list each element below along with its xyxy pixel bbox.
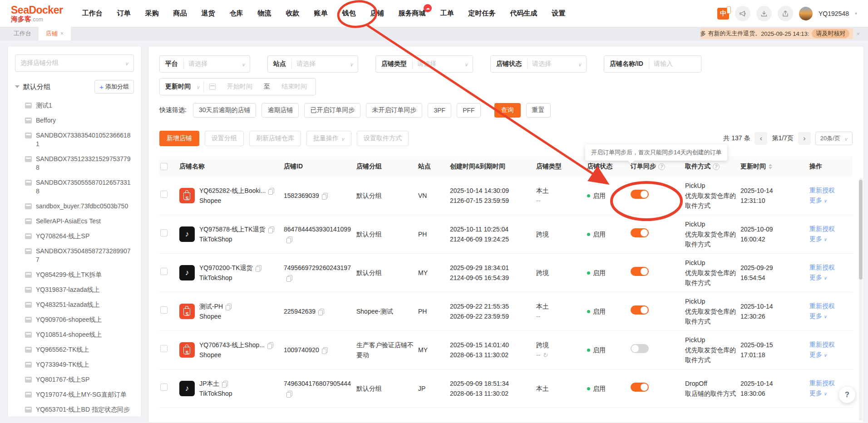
order-sync-toggle[interactable]	[631, 344, 649, 353]
shop-group-item[interactable]: YQ708264-线上SP	[25, 229, 134, 244]
copy-icon[interactable]	[267, 342, 273, 348]
nav-item-bills[interactable]: 账单	[314, 9, 327, 18]
scrollbar-thumb[interactable]	[859, 180, 863, 280]
copy-icon[interactable]	[226, 304, 231, 310]
row-checkbox[interactable]	[160, 345, 168, 352]
copy-icon[interactable]	[322, 193, 327, 199]
filter-shop-type[interactable]: 店铺类型 请选择	[375, 55, 473, 73]
nav-item-warehouse[interactable]: 仓库	[229, 9, 243, 18]
quick-filter-expiring-30d[interactable]: 30天后逾期的店铺	[193, 103, 256, 118]
start-time-input[interactable]: 开始时间	[218, 83, 261, 91]
reauthorize-link[interactable]: 重新授权	[809, 185, 848, 195]
order-sync-toggle[interactable]	[631, 305, 649, 315]
refresh-icon[interactable]	[542, 351, 547, 359]
shop-group-item[interactable]: YQ801767-线上SP	[25, 372, 134, 387]
copy-icon[interactable]	[286, 391, 292, 397]
user-menu-chevron-icon[interactable]: ▾	[855, 11, 857, 16]
add-group-button[interactable]: + 添加分组	[94, 80, 134, 93]
reauthorize-link[interactable]: 重新授权	[809, 339, 848, 349]
root-group-name[interactable]: 默认分组	[23, 83, 50, 91]
filter-update-time[interactable]: 更新时间 开始时间 至 结束时间	[159, 78, 316, 95]
reset-button[interactable]: 重置	[526, 103, 551, 118]
reauthorize-link[interactable]: 重新授权	[809, 262, 848, 272]
shop-name-input[interactable]: 请输入	[649, 60, 701, 68]
refresh-warehouse-button[interactable]: 刷新店铺仓库	[249, 131, 301, 146]
quick-filter-3pf[interactable]: 3PF	[428, 103, 451, 118]
shop-group-item[interactable]: SANDBOX7350485872732899077	[25, 244, 134, 267]
shop-group-item[interactable]: SANDBOX7350555870126573318	[25, 175, 134, 199]
tree-expand-icon[interactable]	[15, 85, 20, 88]
nav-item-wallet[interactable]: 钱包	[342, 9, 355, 18]
shop-group-item[interactable]: SellerAPI-AsiaEcs Test	[25, 214, 134, 229]
row-checkbox[interactable]	[160, 384, 168, 391]
nav-item-service-mall[interactable]: 服务商城☁	[398, 9, 425, 18]
set-pickup-button[interactable]: 设置取件方式	[357, 131, 409, 146]
shop-group-item[interactable]: YQ653701-线上BD 指定状态同步	[25, 402, 134, 417]
shop-group-item[interactable]: YQ854299-线上TK拆单	[25, 267, 134, 282]
announcement-icon[interactable]	[735, 6, 750, 21]
language-icon[interactable]: 中	[717, 8, 729, 20]
filter-site[interactable]: 站点 请选择	[267, 55, 358, 73]
copy-icon[interactable]	[286, 275, 292, 281]
nav-item-orders[interactable]: 订单	[117, 9, 130, 18]
shop-group-item[interactable]: YQ319837-lazada线上	[25, 282, 134, 297]
copy-icon[interactable]	[268, 188, 274, 194]
nav-item-scheduled-tasks[interactable]: 定时任务	[468, 9, 495, 18]
shop-group-item[interactable]: YQ483251-lazada线上	[25, 297, 134, 312]
quick-filter-expired[interactable]: 逾期店铺	[261, 103, 299, 118]
tab-workbench[interactable]: 工作台	[6, 27, 39, 40]
nav-item-workbench[interactable]: 工作台	[82, 9, 102, 18]
nav-item-procurement[interactable]: 采购	[145, 9, 158, 18]
quick-filter-sync-on[interactable]: 已开启订单同步	[304, 103, 360, 118]
nav-item-tickets[interactable]: 工单	[440, 9, 454, 18]
shop-group-item[interactable]: YQ733949-TK线上	[25, 357, 134, 372]
batch-actions-dropdown[interactable]: 批量操作	[306, 131, 351, 146]
nav-item-payments[interactable]: 收款	[286, 9, 299, 18]
more-link[interactable]: 更多	[809, 195, 848, 206]
download-icon[interactable]	[756, 6, 772, 21]
table-scrollbar[interactable]	[859, 178, 863, 421]
add-shop-button[interactable]: 新增店铺	[159, 131, 199, 146]
nav-item-settings[interactable]: 设置	[552, 9, 565, 18]
next-page-button[interactable]	[798, 132, 811, 145]
row-checkbox[interactable]	[160, 306, 168, 314]
filter-platform[interactable]: 平台 请选择	[159, 55, 250, 73]
shop-group-item[interactable]: YQ909706-shopee线上	[25, 312, 134, 327]
quick-filter-pff[interactable]: PFF	[457, 103, 480, 118]
prev-page-button[interactable]	[755, 132, 767, 145]
more-link[interactable]: 更多	[809, 234, 848, 245]
shop-group-item[interactable]: sandbox_buyer.73fdbc0503b750	[25, 199, 134, 214]
order-sync-toggle[interactable]	[631, 190, 649, 199]
tab-shops[interactable]: 店铺 ×	[39, 27, 71, 40]
help-circle-icon[interactable]	[658, 163, 665, 170]
copy-icon[interactable]	[268, 226, 274, 232]
sort-icon[interactable]	[769, 164, 772, 169]
tab-close-icon[interactable]: ×	[60, 30, 64, 37]
share-icon[interactable]	[778, 6, 793, 21]
help-fab-button[interactable]: ?	[839, 387, 855, 403]
shop-group-item[interactable]: SANDBOX7351233215297537798	[25, 152, 134, 175]
help-circle-icon[interactable]	[713, 163, 720, 170]
set-group-button[interactable]: 设置分组	[205, 131, 244, 146]
row-checkbox[interactable]	[160, 268, 168, 275]
filter-shop-status[interactable]: 店铺状态 请选择	[490, 55, 587, 73]
reauthorize-link[interactable]: 重新授权	[809, 378, 848, 388]
nav-item-returns[interactable]: 退货	[201, 9, 215, 18]
shop-group-item[interactable]: YQ108514-shopee线上	[25, 327, 134, 342]
copy-icon[interactable]	[322, 347, 327, 353]
shop-group-item[interactable]: Beffory	[25, 113, 134, 128]
more-link[interactable]: 更多	[809, 349, 848, 360]
nav-item-shops[interactable]: 店铺	[370, 9, 384, 18]
search-button[interactable]: 查询	[494, 103, 521, 118]
nav-item-products[interactable]: 商品	[173, 9, 187, 18]
notification-close-icon[interactable]: ×	[856, 30, 860, 37]
shop-group-item[interactable]: SANDBOX7338354010523666181	[25, 128, 134, 152]
row-checkbox[interactable]	[160, 191, 168, 198]
nav-item-code-generation[interactable]: 代码生成	[510, 9, 537, 18]
end-time-input[interactable]: 结束时间	[273, 83, 316, 91]
reauthorize-link[interactable]: 重新授权	[809, 301, 848, 311]
copy-icon[interactable]	[286, 236, 292, 242]
select-all-checkbox[interactable]	[160, 163, 168, 170]
order-sync-toggle[interactable]	[631, 228, 649, 237]
shop-group-item[interactable]: YQ965562-TK线上	[25, 342, 134, 357]
